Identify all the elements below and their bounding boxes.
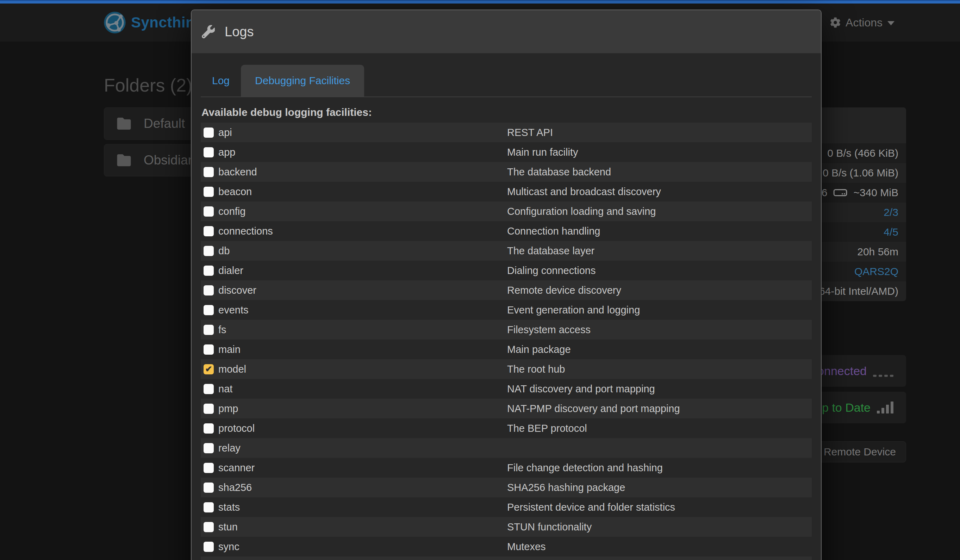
upload-rate-value: 0 B/s (1.06 MiB) <box>822 167 898 179</box>
folders-heading: Folders (2) <box>104 75 192 96</box>
gear-icon <box>830 17 841 28</box>
facility-description: Configuration loading and saving <box>507 206 656 217</box>
table-row-filler <box>201 557 812 560</box>
listeners-link[interactable]: 2/3 <box>883 206 898 218</box>
facility-row: config Configuration loading and saving <box>201 202 812 221</box>
facility-row: nat NAT discovery and port mapping <box>201 379 812 399</box>
facility-checkbox[interactable] <box>203 128 214 138</box>
facility-checkbox[interactable] <box>203 206 214 217</box>
facility-row: dialer Dialing connections <box>201 261 812 280</box>
facility-description: Event generation and logging <box>507 304 640 315</box>
actions-menu[interactable]: Actions <box>830 3 894 42</box>
actions-label: Actions <box>846 16 883 29</box>
syncthing-logo-icon <box>104 11 126 34</box>
facility-name: scanner <box>218 462 254 474</box>
facility-name: discover <box>218 285 256 296</box>
syncthing-app: { "topbar": { "brand": "Syncthing", "act… <box>0 0 960 560</box>
facility-row: connections Connection handling <box>201 221 812 241</box>
facility-name: app <box>218 147 235 158</box>
facility-name: pmp <box>218 403 238 414</box>
signal-dots-icon <box>873 365 893 377</box>
facility-name: backend <box>218 166 257 178</box>
facility-name: relay <box>218 442 240 454</box>
facility-row: pmp NAT-PMP discovery and port mapping <box>201 399 812 418</box>
modal-tabs: Log Debugging Facilities <box>201 65 812 97</box>
facility-checkbox[interactable] <box>203 443 214 453</box>
facility-checkbox[interactable] <box>203 266 214 276</box>
facility-name: dialer <box>218 265 243 277</box>
folder-name: Default <box>144 116 185 131</box>
facility-checkbox[interactable] <box>203 463 214 473</box>
facility-name: db <box>218 245 230 257</box>
facility-description: Remote device discovery <box>507 285 621 296</box>
facility-description: Main package <box>507 344 571 355</box>
facility-row: scanner File change detection and hashin… <box>201 458 812 478</box>
uptime-value: 20h 56m <box>857 246 898 258</box>
facility-name: events <box>218 304 248 316</box>
top-progress-strip <box>0 0 960 3</box>
facility-name: model <box>218 363 246 375</box>
facility-name: connections <box>218 226 273 237</box>
facility-row: fs Filesystem access <box>201 320 812 339</box>
facility-checkbox[interactable] <box>203 187 214 197</box>
facility-row: stats Persistent device and folder stati… <box>201 497 812 517</box>
facility-description: Persistent device and folder statistics <box>507 502 675 513</box>
facility-name: main <box>218 344 240 355</box>
facility-row: relay <box>201 438 812 458</box>
logs-modal-header: Logs <box>192 10 821 54</box>
tab-debugging-facilities[interactable]: Debugging Facilities <box>241 65 364 96</box>
facility-name: sync <box>218 541 240 553</box>
facility-description: REST API <box>507 127 553 138</box>
facility-row: sync Mutexes <box>201 537 812 557</box>
facility-checkbox[interactable]: ✔ <box>203 364 214 374</box>
facility-description: Connection handling <box>507 226 600 237</box>
facility-checkbox[interactable] <box>203 344 214 355</box>
facility-checkbox[interactable] <box>203 147 214 157</box>
facility-checkbox[interactable] <box>203 285 214 296</box>
logs-modal-body: Log Debugging Facilities Available debug… <box>192 65 821 560</box>
facility-name: stun <box>218 521 238 533</box>
facility-row: db The database layer <box>201 241 812 261</box>
local-state-value: 6 ~340 MiB <box>822 187 898 198</box>
facilities-table: api REST API app Main run facility backe… <box>201 123 812 560</box>
facility-description: Mutexes <box>507 541 546 552</box>
facility-row: api REST API <box>201 123 812 142</box>
facility-checkbox[interactable] <box>203 384 214 394</box>
chevron-down-icon <box>888 21 894 26</box>
facility-checkbox[interactable] <box>203 246 214 256</box>
facility-description: NAT discovery and port mapping <box>507 383 655 394</box>
facility-description: Main run facility <box>507 147 578 158</box>
facility-checkbox[interactable] <box>203 167 214 177</box>
facility-checkbox[interactable] <box>203 305 214 315</box>
hard-drive-icon <box>833 187 848 198</box>
facility-name: stats <box>218 502 240 513</box>
facility-row: beacon Multicast and broadcast discovery <box>201 182 812 202</box>
facility-checkbox[interactable] <box>203 226 214 236</box>
facility-name: sha256 <box>218 482 252 493</box>
folder-icon <box>117 118 131 130</box>
facility-row: protocol The BEP protocol <box>201 418 812 438</box>
facility-description: Multicast and broadcast discovery <box>507 186 661 197</box>
signal-bars-icon <box>877 402 893 413</box>
discovery-link[interactable]: 4/5 <box>883 226 898 238</box>
facility-name: fs <box>218 324 226 336</box>
facility-name: config <box>218 206 245 217</box>
facility-row: stun STUN functionality <box>201 517 812 537</box>
facility-checkbox[interactable] <box>203 502 214 512</box>
facility-name: protocol <box>218 422 254 434</box>
facility-description: The BEP protocol <box>507 422 587 434</box>
facility-checkbox[interactable] <box>203 522 214 532</box>
facility-description: SHA256 hashing package <box>507 482 625 493</box>
tab-log[interactable]: Log <box>201 65 241 96</box>
facility-checkbox[interactable] <box>203 423 214 434</box>
facility-row: ✔ model The root hub <box>201 359 812 379</box>
facility-checkbox[interactable] <box>203 325 214 335</box>
facility-description: Filesystem access <box>507 324 590 335</box>
facility-checkbox[interactable] <box>203 542 214 552</box>
brand[interactable]: Syncthing <box>104 11 204 34</box>
device-id-link[interactable]: QARS2Q <box>854 266 898 278</box>
facility-checkbox[interactable] <box>203 404 214 414</box>
version-value: (64-bit Intel/AMD) <box>816 285 898 297</box>
facility-description: File change detection and hashing <box>507 462 663 474</box>
facility-checkbox[interactable] <box>203 483 214 493</box>
